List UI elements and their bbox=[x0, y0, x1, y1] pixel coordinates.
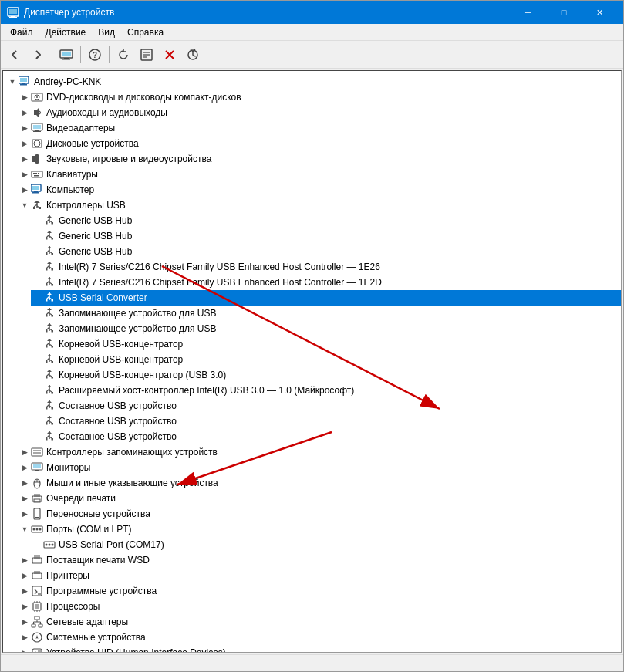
tree-expander[interactable]: ▶ bbox=[19, 168, 31, 181]
tree-item[interactable]: Составное USB устройство bbox=[31, 414, 621, 429]
tree-expander[interactable]: ▶ bbox=[19, 631, 31, 643]
tree-item[interactable]: ▶Сетевые адаптеры bbox=[19, 614, 621, 630]
tree-item[interactable]: ▶Мыши и иные указывающие устройства bbox=[19, 475, 621, 491]
tree-item[interactable]: ▶Устройства HID (Human Interface Devices… bbox=[19, 645, 621, 653]
tree-item[interactable]: USB Serial Port (COM17) bbox=[31, 537, 621, 552]
tree-item[interactable]: Корневой USB-концентратор (USB 3.0) bbox=[31, 367, 621, 383]
tree-item[interactable]: ▶Очереди печати bbox=[19, 491, 621, 506]
tree-item[interactable]: Расширяемый хост-контроллер Intel(R) USB… bbox=[31, 383, 621, 398]
svg-rect-6 bbox=[64, 58, 69, 59]
cpu-icon bbox=[31, 600, 43, 613]
device-tree[interactable]: ▼ Andrey-PC-KNK ▶DVD-дисководы и дисково… bbox=[2, 70, 622, 653]
tree-item[interactable]: ▼Контроллеры USB bbox=[19, 198, 621, 213]
svg-rect-78 bbox=[52, 346, 54, 348]
tree-expander[interactable]: ▶ bbox=[19, 508, 31, 520]
tree-item[interactable]: ▶Клавиатуры bbox=[19, 167, 621, 182]
menu-help[interactable]: Справка bbox=[121, 25, 170, 39]
tree-expander[interactable]: ▶ bbox=[19, 137, 31, 150]
tree-expander[interactable]: ▶ bbox=[19, 106, 31, 119]
tree-expander[interactable]: ▶ bbox=[19, 616, 31, 628]
tree-item[interactable]: ▶Процессоры bbox=[19, 599, 621, 614]
tree-item[interactable]: ▶Системные устройства bbox=[19, 630, 621, 645]
tree-expander[interactable]: ▶ bbox=[19, 647, 31, 653]
tree-expander[interactable]: ▶ bbox=[19, 153, 31, 165]
maximize-button[interactable]: □ bbox=[546, 1, 582, 24]
toolbar-computer[interactable] bbox=[56, 44, 77, 66]
tree-item-label: Компьютер bbox=[46, 184, 94, 195]
tree-item[interactable]: Intel(R) 7 Series/C216 Chipset Family US… bbox=[31, 275, 621, 290]
tree-item[interactable]: Составное USB устройство bbox=[31, 429, 621, 444]
tree-item[interactable]: ▶Дисковые устройства bbox=[19, 136, 621, 151]
tree-item[interactable]: Intel(R) 7 Series/C216 Chipset Family US… bbox=[31, 259, 621, 275]
menu-action[interactable]: Действие bbox=[39, 25, 93, 39]
toolbar-separator-2 bbox=[80, 46, 81, 63]
tree-item[interactable]: ▶Видеоадаптеры bbox=[19, 120, 621, 136]
usbdev-icon bbox=[43, 230, 56, 242]
tree-item[interactable]: Корневой USB-концентратор bbox=[31, 352, 621, 367]
svg-rect-27 bbox=[33, 131, 41, 132]
tree-expander[interactable]: ▶ bbox=[19, 461, 31, 474]
tree-expander bbox=[31, 230, 43, 242]
tree-expander[interactable]: ▶ bbox=[19, 122, 31, 134]
tree-expander bbox=[31, 431, 43, 443]
network-icon bbox=[31, 616, 43, 628]
tree-item-label: Системные устройства bbox=[46, 632, 146, 643]
toolbar-update[interactable] bbox=[182, 44, 204, 66]
tree-expander[interactable]: ▶ bbox=[19, 492, 31, 505]
root-expander[interactable]: ▼ bbox=[6, 76, 19, 88]
tree-root[interactable]: ▼ Andrey-PC-KNK bbox=[6, 74, 621, 89]
usbdev-icon bbox=[43, 353, 56, 366]
toolbar-help[interactable]: ? bbox=[84, 44, 106, 66]
menu-view[interactable]: Вид bbox=[92, 25, 121, 39]
tree-item-label: Звуковые, игровые и видеоустройства bbox=[46, 154, 211, 164]
tree-item[interactable]: Составное USB устройство bbox=[31, 398, 621, 414]
tree-expander[interactable]: ▶ bbox=[19, 554, 31, 566]
tree-item[interactable]: USB Serial Converter bbox=[31, 290, 621, 306]
tree-item[interactable]: Generic USB Hub bbox=[31, 213, 621, 228]
tree-item[interactable]: ▶Компьютер bbox=[19, 182, 621, 198]
svg-rect-85 bbox=[46, 377, 48, 379]
tree-expander bbox=[31, 369, 43, 381]
tree-item[interactable]: ▶Аудиовходы и аудиовыходы bbox=[19, 105, 621, 120]
toolbar-delete[interactable] bbox=[159, 44, 180, 66]
toolbar-back[interactable] bbox=[4, 44, 25, 66]
tree-expander[interactable]: ▶ bbox=[19, 91, 31, 103]
tree-expander[interactable]: ▶ bbox=[19, 477, 31, 489]
tree-item[interactable]: ▶Переносные устройства bbox=[19, 506, 621, 522]
tree-expander[interactable]: ▼ bbox=[19, 523, 31, 535]
tree-item-label: USB Serial Converter bbox=[59, 292, 147, 303]
toolbar-refresh[interactable] bbox=[113, 44, 134, 66]
svg-rect-30 bbox=[32, 156, 35, 162]
tree-item[interactable]: Запоминающее устройство для USB bbox=[31, 321, 621, 336]
tree-item-label: Generic USB Hub bbox=[59, 231, 132, 241]
tree-item[interactable]: ▶DVD-дисководы и дисководы компакт-диско… bbox=[19, 89, 621, 105]
tree-expander[interactable]: ▶ bbox=[19, 184, 31, 196]
tree-item[interactable]: Корневой USB-концентратор bbox=[31, 336, 621, 352]
tree-item[interactable]: ▶Мониторы bbox=[19, 460, 621, 475]
svg-rect-20 bbox=[20, 84, 27, 86]
toolbar-forward[interactable] bbox=[27, 44, 49, 66]
tree-item[interactable]: Запоминающее устройство для USB bbox=[31, 306, 621, 321]
tree-expander[interactable]: ▼ bbox=[19, 199, 31, 211]
tree-item[interactable]: ▶Звуковые, игровые и видеоустройства bbox=[19, 151, 621, 167]
tree-expander[interactable]: ▶ bbox=[19, 569, 31, 582]
minimize-button[interactable]: ─ bbox=[511, 1, 546, 24]
toolbar-separator-1 bbox=[52, 46, 52, 63]
tree-item[interactable]: ▶Контроллеры запоминающих устройств bbox=[19, 444, 621, 460]
hid-icon bbox=[31, 647, 43, 653]
tree-item[interactable]: ▶Программные устройства bbox=[19, 583, 621, 599]
svg-rect-106 bbox=[33, 450, 41, 451]
tree-item[interactable]: Generic USB Hub bbox=[31, 244, 621, 259]
tree-expander[interactable]: ▶ bbox=[19, 600, 31, 613]
svg-rect-128 bbox=[32, 558, 42, 563]
tree-item[interactable]: ▶Принтеры bbox=[19, 568, 621, 583]
tree-item[interactable]: ▼Порты (COM и LPT) bbox=[19, 522, 621, 537]
close-button[interactable]: ✕ bbox=[582, 1, 617, 24]
svg-rect-61 bbox=[46, 284, 48, 286]
tree-item[interactable]: ▶Поставщик печати WSD bbox=[19, 552, 621, 568]
menu-file[interactable]: Файл bbox=[4, 25, 39, 39]
tree-item[interactable]: Generic USB Hub bbox=[31, 228, 621, 244]
toolbar-properties[interactable] bbox=[136, 44, 157, 66]
tree-expander[interactable]: ▶ bbox=[19, 446, 31, 458]
tree-expander[interactable]: ▶ bbox=[19, 585, 31, 597]
